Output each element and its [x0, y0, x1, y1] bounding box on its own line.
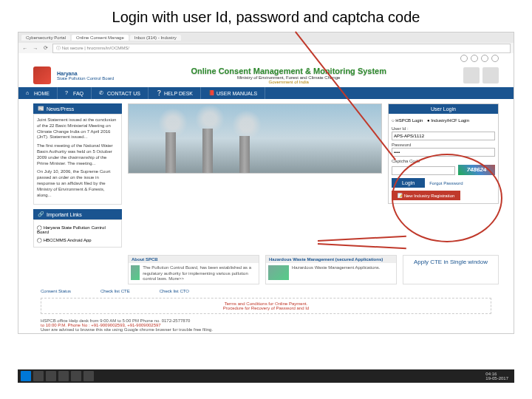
nav-home[interactable]: ⌂HOME [18, 87, 58, 99]
taskbar-icon[interactable] [33, 371, 44, 381]
social-icon[interactable] [471, 55, 478, 62]
nav-faq[interactable]: ?FAQ [58, 87, 92, 99]
book-icon: 📕 [208, 90, 214, 96]
forward-icon[interactable]: → [32, 46, 39, 51]
org-name: Haryana State Pollution Control Board [57, 71, 114, 81]
emblems [463, 67, 499, 83]
security-badge: ⓘ [56, 46, 62, 50]
main-nav: ⌂HOME ?FAQ ✆CONTACT US ❔HELP DESK 📕USER … [18, 87, 514, 99]
subtitle: Government of India [120, 80, 457, 84]
browser-window: Cybersecurity Portal Online Consent Mana… [18, 32, 514, 334]
taskbar-icon[interactable] [83, 371, 94, 381]
register-button[interactable]: 📝 New Industry Registration [392, 191, 460, 200]
footer-info: HSPCB office Help desk from 9:00 AM to 5… [18, 317, 514, 333]
userid-input[interactable] [392, 132, 495, 140]
hero-image [128, 103, 382, 174]
about-image [268, 265, 289, 280]
site-title-block: Online Consent Management & Monitoring S… [120, 66, 457, 84]
lower-row: About SPCB The Pollution Control Board, … [18, 252, 514, 287]
news-body: Joint Statement issued at the conclusion… [33, 114, 122, 205]
browser-tab[interactable]: Online Consent Manage [72, 35, 129, 41]
links-head: 🔗Important Links [33, 209, 122, 219]
address-bar: ← → ⟳ ⓘ Not secure | hrocmms/in/OCMMS/ [18, 43, 514, 53]
security-text: Not secure [62, 46, 83, 50]
forgot-password-link[interactable]: Forgot Password [429, 181, 463, 185]
login-body: ○ HSPCB Login ● Industry/HCF Login User … [389, 114, 498, 203]
emblem-icon [463, 67, 480, 83]
start-icon[interactable] [21, 371, 31, 381]
about-image [131, 265, 140, 280]
news-head: 📰News/Press [33, 103, 122, 114]
status-links: Consent Status Check list CTE Check list… [18, 287, 514, 295]
about-head: Hazardous Waste Management (secured Appl… [266, 256, 396, 263]
taskbar-icon[interactable] [71, 371, 81, 381]
taskbar-icon[interactable] [58, 371, 69, 381]
link-item[interactable]: ◯ HBCCMMS Android App [37, 236, 118, 244]
links-body: ◯ Haryana State Pollution Control Board … [33, 219, 122, 248]
news-panel: 📰News/Press Joint Statement issued at th… [33, 103, 122, 205]
main-title: Online Consent Management & Monitoring S… [120, 66, 457, 75]
news-item[interactable]: The first meeting of the National Water … [37, 143, 118, 166]
about-head: About SPCB [129, 256, 259, 263]
right-column: User Login ○ HSPCB Login ● Industry/HCF … [388, 103, 499, 248]
news-item[interactable]: On July 10, 2006, the Supreme Court pass… [37, 169, 118, 198]
nav-help[interactable]: ❔HELP DESK [149, 87, 201, 99]
radio-hspcb[interactable]: ○ HSPCB Login [392, 118, 423, 123]
about-spcb: About SPCB The Pollution Control Board, … [128, 255, 259, 284]
link-icon: 🔗 [38, 211, 44, 217]
taskbar-icon[interactable] [46, 371, 56, 381]
news-icon: 📰 [38, 106, 44, 112]
about-text: Hazardous Waste Management Applications. [292, 265, 381, 280]
main-content: 📰News/Press Joint Statement issued at th… [18, 99, 514, 252]
login-type-radios: ○ HSPCB Login ● Industry/HCF Login [392, 117, 495, 124]
about-text: The Pollution Control Board, has been es… [143, 265, 256, 282]
clock[interactable]: 04:1619-05-2017 [485, 372, 511, 381]
middle-column [128, 103, 382, 248]
terms-box: Terms and Conditions for Online Payment.… [41, 298, 491, 314]
social-strip [18, 53, 514, 64]
nav-contact[interactable]: ✆CONTACT US [92, 87, 149, 99]
social-icon[interactable] [491, 55, 499, 62]
captcha-input[interactable] [392, 166, 455, 175]
phone-icon: ✆ [99, 90, 105, 96]
apply-cte-box[interactable]: Apply CTE in Single window [403, 255, 499, 284]
status-link[interactable]: Check list CTO [160, 289, 189, 293]
login-button[interactable]: Login [392, 178, 425, 188]
logo-icon [33, 66, 51, 84]
url-text: hrocmms/in/OCMMS/ [87, 46, 129, 50]
tab-strip: Cybersecurity Portal Online Consent Mana… [18, 33, 514, 43]
status-link[interactable]: Check list CTE [100, 289, 130, 293]
home-icon: ⌂ [26, 90, 32, 96]
nav-manuals[interactable]: 📕USER MANUALS [201, 87, 265, 99]
browser-tab[interactable]: Cybersecurity Portal [21, 35, 70, 41]
status-link[interactable]: Consent Status [41, 289, 71, 293]
terms-line[interactable]: Procedure for Recovery of Password and I… [44, 306, 488, 310]
emblem-icon [482, 67, 499, 83]
social-icon[interactable] [481, 55, 488, 62]
url-input[interactable]: ⓘ Not secure | hrocmms/in/OCMMS/ [52, 44, 511, 53]
about-hw: Hazardous Waste Management (secured Appl… [265, 255, 397, 284]
login-head: User Login [389, 104, 498, 114]
site-header: Haryana State Pollution Control Board On… [18, 64, 514, 87]
back-icon[interactable]: ← [21, 46, 29, 51]
radio-industry[interactable]: ● Industry/HCF Login [427, 118, 469, 123]
taskbar: 04:1619-05-2017 [18, 369, 514, 383]
browser-note: User are advised to browse this site usi… [41, 327, 491, 332]
news-item[interactable]: Joint Statement issued at the conclusion… [37, 117, 118, 140]
captcha-label: Captcha Code [392, 159, 495, 163]
links-panel: 🔗Important Links ◯ Haryana State Polluti… [33, 209, 122, 248]
password-label: Password [392, 143, 495, 147]
reload-icon[interactable]: ⟳ [42, 45, 50, 51]
captcha-image: 748624 [458, 165, 495, 175]
browser-tab[interactable]: Inbox (314) - Industry [130, 35, 181, 41]
slide-title: Login with user Id, password and captcha… [0, 0, 532, 32]
userid-label: User Id : [392, 126, 495, 131]
link-item[interactable]: ◯ Haryana State Pollution Control Board [37, 223, 118, 236]
left-column: 📰News/Press Joint Statement issued at th… [33, 103, 122, 248]
password-input[interactable] [392, 148, 495, 157]
login-panel: User Login ○ HSPCB Login ● Industry/HCF … [388, 103, 499, 204]
social-icon[interactable] [460, 55, 468, 62]
help-icon: ❔ [156, 90, 162, 96]
faq-icon: ? [65, 90, 71, 96]
